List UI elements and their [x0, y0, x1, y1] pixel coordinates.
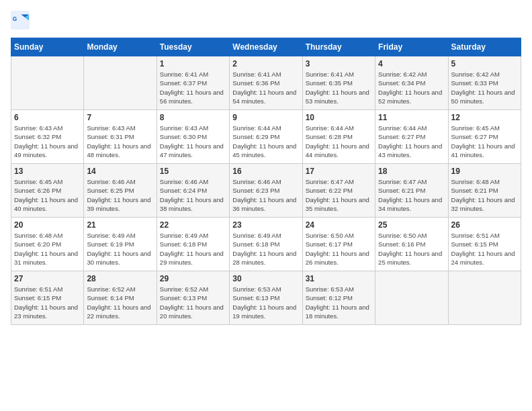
day-number: 18 — [378, 167, 445, 176]
cell-info: Sunrise: 6:52 AMSunset: 6:14 PMDaylight:… — [87, 285, 153, 320]
calendar-cell: 16Sunrise: 6:46 AMSunset: 6:23 PMDayligh… — [230, 164, 302, 218]
day-number: 27 — [14, 274, 81, 283]
day-number: 10 — [306, 113, 372, 122]
cell-info: Sunrise: 6:48 AMSunset: 6:20 PMDaylight:… — [14, 231, 81, 267]
day-number: 21 — [87, 220, 153, 230]
day-number: 11 — [378, 113, 445, 122]
cell-info: Sunrise: 6:53 AMSunset: 6:13 PMDaylight:… — [232, 285, 299, 320]
day-number: 3 — [306, 59, 372, 68]
day-number: 6 — [14, 113, 81, 122]
day-number: 5 — [451, 59, 518, 68]
calendar-cell: 14Sunrise: 6:46 AMSunset: 6:25 PMDayligh… — [84, 164, 157, 218]
calendar-cell: 11Sunrise: 6:44 AMSunset: 6:27 PMDayligh… — [375, 110, 448, 164]
calendar-table: SundayMondayTuesdayWednesdayThursdayFrid… — [11, 38, 521, 325]
cell-info: Sunrise: 6:41 AMSunset: 6:37 PMDaylight:… — [160, 70, 226, 105]
day-number: 17 — [306, 167, 372, 176]
cell-info: Sunrise: 6:44 AMSunset: 6:28 PMDaylight:… — [306, 124, 372, 159]
day-header-monday: Monday — [84, 38, 157, 56]
day-header-sunday: Sunday — [11, 38, 84, 56]
calendar-cell: 12Sunrise: 6:45 AMSunset: 6:27 PMDayligh… — [448, 110, 521, 164]
cell-info: Sunrise: 6:52 AMSunset: 6:13 PMDaylight:… — [160, 285, 226, 320]
cell-info: Sunrise: 6:46 AMSunset: 6:25 PMDaylight:… — [87, 177, 153, 213]
day-number: 14 — [87, 167, 153, 176]
day-header-wednesday: Wednesday — [230, 38, 302, 56]
day-number: 16 — [232, 167, 299, 176]
cell-info: Sunrise: 6:45 AMSunset: 6:26 PMDaylight:… — [14, 177, 81, 213]
cell-info: Sunrise: 6:41 AMSunset: 6:36 PMDaylight:… — [232, 70, 299, 105]
cell-info: Sunrise: 6:42 AMSunset: 6:33 PMDaylight:… — [451, 70, 518, 105]
week-row-2: 6Sunrise: 6:43 AMSunset: 6:32 PMDaylight… — [11, 110, 521, 164]
calendar-cell: 10Sunrise: 6:44 AMSunset: 6:28 PMDayligh… — [302, 110, 375, 164]
calendar-cell: 19Sunrise: 6:48 AMSunset: 6:21 PMDayligh… — [448, 164, 521, 218]
cell-info: Sunrise: 6:43 AMSunset: 6:30 PMDaylight:… — [160, 124, 226, 159]
calendar-cell: 4Sunrise: 6:42 AMSunset: 6:34 PMDaylight… — [375, 56, 448, 110]
logo: G — [11, 11, 32, 30]
calendar-cell: 13Sunrise: 6:45 AMSunset: 6:26 PMDayligh… — [11, 164, 84, 218]
day-number: 12 — [451, 113, 518, 122]
day-number: 20 — [14, 220, 81, 230]
day-number: 25 — [378, 220, 445, 230]
page-header: G — [11, 11, 521, 30]
calendar-cell: 23Sunrise: 6:49 AMSunset: 6:18 PMDayligh… — [230, 218, 302, 271]
calendar-cell: 29Sunrise: 6:52 AMSunset: 6:13 PMDayligh… — [157, 271, 229, 325]
logo-icon: G — [11, 11, 30, 30]
calendar-cell: 18Sunrise: 6:47 AMSunset: 6:21 PMDayligh… — [375, 164, 448, 218]
day-number: 28 — [87, 274, 153, 283]
calendar-cell: 6Sunrise: 6:43 AMSunset: 6:32 PMDaylight… — [11, 110, 84, 164]
cell-info: Sunrise: 6:53 AMSunset: 6:12 PMDaylight:… — [306, 285, 372, 320]
cell-info: Sunrise: 6:49 AMSunset: 6:19 PMDaylight:… — [87, 231, 153, 267]
day-number: 23 — [232, 220, 299, 230]
calendar-cell: 28Sunrise: 6:52 AMSunset: 6:14 PMDayligh… — [84, 271, 157, 325]
cell-info: Sunrise: 6:43 AMSunset: 6:31 PMDaylight:… — [87, 124, 153, 159]
calendar-cell: 17Sunrise: 6:47 AMSunset: 6:22 PMDayligh… — [302, 164, 375, 218]
day-number: 22 — [160, 220, 226, 230]
day-number: 30 — [232, 274, 299, 283]
calendar-cell: 20Sunrise: 6:48 AMSunset: 6:20 PMDayligh… — [11, 218, 84, 271]
cell-info: Sunrise: 6:50 AMSunset: 6:16 PMDaylight:… — [378, 231, 445, 267]
days-header-row: SundayMondayTuesdayWednesdayThursdayFrid… — [11, 38, 521, 56]
cell-info: Sunrise: 6:51 AMSunset: 6:15 PMDaylight:… — [451, 231, 518, 267]
calendar-cell: 26Sunrise: 6:51 AMSunset: 6:15 PMDayligh… — [448, 218, 521, 271]
calendar-cell: 31Sunrise: 6:53 AMSunset: 6:12 PMDayligh… — [302, 271, 375, 325]
cell-info: Sunrise: 6:46 AMSunset: 6:23 PMDaylight:… — [232, 177, 299, 213]
cell-info: Sunrise: 6:46 AMSunset: 6:24 PMDaylight:… — [160, 177, 226, 213]
calendar-cell: 21Sunrise: 6:49 AMSunset: 6:19 PMDayligh… — [84, 218, 157, 271]
cell-info: Sunrise: 6:48 AMSunset: 6:21 PMDaylight:… — [451, 177, 518, 213]
cell-info: Sunrise: 6:45 AMSunset: 6:27 PMDaylight:… — [451, 124, 518, 159]
day-number: 24 — [306, 220, 372, 230]
calendar-cell — [84, 56, 157, 110]
cell-info: Sunrise: 6:49 AMSunset: 6:18 PMDaylight:… — [232, 231, 299, 267]
cell-info: Sunrise: 6:44 AMSunset: 6:27 PMDaylight:… — [378, 124, 445, 159]
svg-text:G: G — [13, 15, 17, 22]
calendar-cell: 15Sunrise: 6:46 AMSunset: 6:24 PMDayligh… — [157, 164, 229, 218]
day-number: 29 — [160, 274, 226, 283]
cell-info: Sunrise: 6:42 AMSunset: 6:34 PMDaylight:… — [378, 70, 445, 105]
day-number: 4 — [378, 59, 445, 68]
day-header-tuesday: Tuesday — [157, 38, 229, 56]
week-row-3: 13Sunrise: 6:45 AMSunset: 6:26 PMDayligh… — [11, 164, 521, 218]
week-row-1: 1Sunrise: 6:41 AMSunset: 6:37 PMDaylight… — [11, 56, 521, 110]
day-number: 1 — [160, 59, 226, 68]
calendar-cell: 5Sunrise: 6:42 AMSunset: 6:33 PMDaylight… — [448, 56, 521, 110]
cell-info: Sunrise: 6:41 AMSunset: 6:35 PMDaylight:… — [306, 70, 372, 105]
cell-info: Sunrise: 6:43 AMSunset: 6:32 PMDaylight:… — [14, 124, 81, 159]
cell-info: Sunrise: 6:49 AMSunset: 6:18 PMDaylight:… — [160, 231, 226, 267]
day-number: 26 — [451, 220, 518, 230]
calendar-cell: 27Sunrise: 6:51 AMSunset: 6:15 PMDayligh… — [11, 271, 84, 325]
day-number: 8 — [160, 113, 226, 122]
calendar-cell: 9Sunrise: 6:44 AMSunset: 6:29 PMDaylight… — [230, 110, 302, 164]
day-number: 2 — [232, 59, 299, 68]
calendar-cell — [375, 271, 448, 325]
week-row-5: 27Sunrise: 6:51 AMSunset: 6:15 PMDayligh… — [11, 271, 521, 325]
cell-info: Sunrise: 6:51 AMSunset: 6:15 PMDaylight:… — [14, 285, 81, 320]
day-number: 13 — [14, 167, 81, 176]
calendar-cell: 2Sunrise: 6:41 AMSunset: 6:36 PMDaylight… — [230, 56, 302, 110]
day-number: 15 — [160, 167, 226, 176]
day-header-thursday: Thursday — [302, 38, 375, 56]
calendar-cell: 30Sunrise: 6:53 AMSunset: 6:13 PMDayligh… — [230, 271, 302, 325]
week-row-4: 20Sunrise: 6:48 AMSunset: 6:20 PMDayligh… — [11, 218, 521, 271]
calendar-cell: 25Sunrise: 6:50 AMSunset: 6:16 PMDayligh… — [375, 218, 448, 271]
calendar-cell: 7Sunrise: 6:43 AMSunset: 6:31 PMDaylight… — [84, 110, 157, 164]
day-number: 19 — [451, 167, 518, 176]
day-header-saturday: Saturday — [448, 38, 521, 56]
